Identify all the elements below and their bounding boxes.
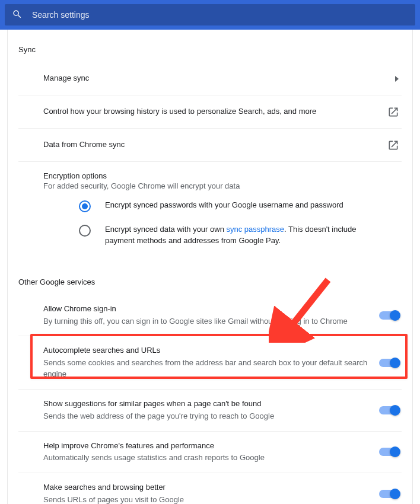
radio-selected-icon[interactable] — [79, 200, 91, 212]
row-desc: By turning this off, you can sign in to … — [43, 316, 372, 327]
toggle-suggestions[interactable] — [379, 406, 399, 414]
radio-option-google-password[interactable]: Encrypt synced passwords with your Googl… — [18, 194, 402, 218]
row-label: Data from Chrome sync — [43, 139, 380, 151]
row-suggestions: Show suggestions for similar pages when … — [18, 390, 402, 432]
open-external-icon — [387, 139, 402, 151]
text-part: Encrypt synced data with your own — [105, 225, 227, 234]
search-input[interactable] — [32, 10, 408, 20]
row-allow-signin: Allow Chrome sign-in By turning this off… — [18, 295, 402, 337]
row-manage-sync[interactable]: Manage sync — [18, 62, 402, 95]
encryption-desc: For added security, Google Chrome will e… — [43, 181, 402, 190]
toggle-help-improve[interactable] — [379, 448, 399, 456]
section-title-services: Other Google services — [18, 257, 402, 295]
row-searches-browsing: Make searches and browsing better Sends … — [18, 473, 402, 504]
row-data-from-chrome-sync[interactable]: Data from Chrome sync — [18, 129, 402, 162]
toggle-allow-signin[interactable] — [379, 311, 399, 320]
radio-option-passphrase[interactable]: Encrypt synced data with your own sync p… — [18, 218, 402, 257]
row-browsing-history[interactable]: Control how your browsing history is use… — [18, 95, 402, 129]
toggle-autocomplete[interactable] — [379, 359, 399, 367]
row-label: Make searches and browsing better — [43, 482, 372, 493]
row-label: Autocomplete searches and URLs — [43, 345, 372, 356]
toggle-searches-browsing[interactable] — [379, 490, 399, 498]
row-label: Manage sync — [43, 73, 387, 84]
row-autocomplete: Autocomplete searches and URLs Sends som… — [18, 336, 402, 390]
search-bar — [0, 0, 420, 30]
row-desc: Sends some cookies and searches from the… — [43, 358, 372, 380]
row-desc: Automatically sends usage statistics and… — [43, 452, 372, 464]
radio-unselected-icon[interactable] — [79, 225, 91, 237]
row-label: Show suggestions for similar pages when … — [43, 398, 372, 410]
radio-label: Encrypt synced passwords with your Googl… — [105, 200, 402, 211]
row-help-improve: Help improve Chrome's features and perfo… — [18, 432, 402, 474]
row-label: Help improve Chrome's features and perfo… — [43, 441, 372, 452]
search-icon — [12, 9, 23, 21]
row-label: Allow Chrome sign-in — [43, 304, 372, 315]
radio-label: Encrypt synced data with your own sync p… — [105, 224, 402, 247]
sync-passphrase-link[interactable]: sync passphrase — [227, 225, 285, 234]
encryption-header: Encryption options For added security, G… — [18, 162, 402, 194]
section-title-sync: Sync — [18, 30, 402, 62]
search-wrap[interactable] — [5, 4, 415, 25]
encryption-title: Encryption options — [43, 171, 402, 180]
row-label: Control how your browsing history is use… — [43, 106, 380, 117]
row-desc: Sends URLs of pages you visit to Google — [43, 495, 372, 504]
open-external-icon — [387, 106, 402, 118]
arrow-icon — [394, 76, 402, 82]
row-desc: Sends the web address of the page you're… — [43, 411, 372, 422]
